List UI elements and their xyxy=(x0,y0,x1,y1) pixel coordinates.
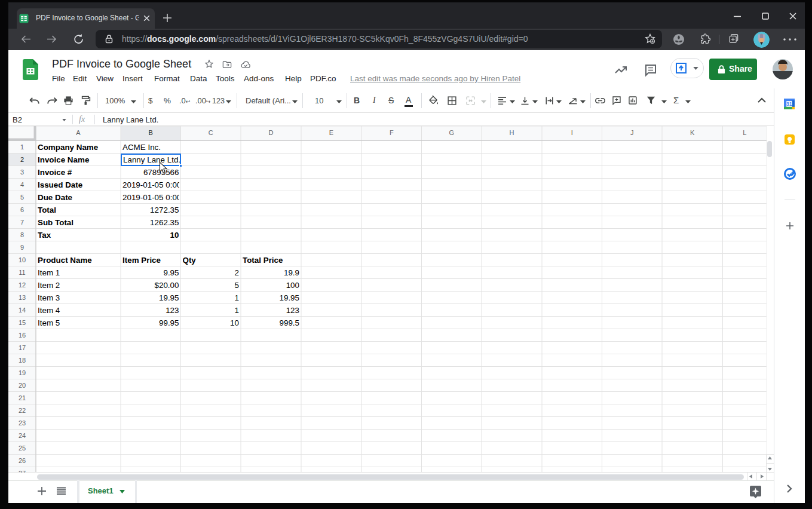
svg-text:31: 31 xyxy=(786,101,792,107)
